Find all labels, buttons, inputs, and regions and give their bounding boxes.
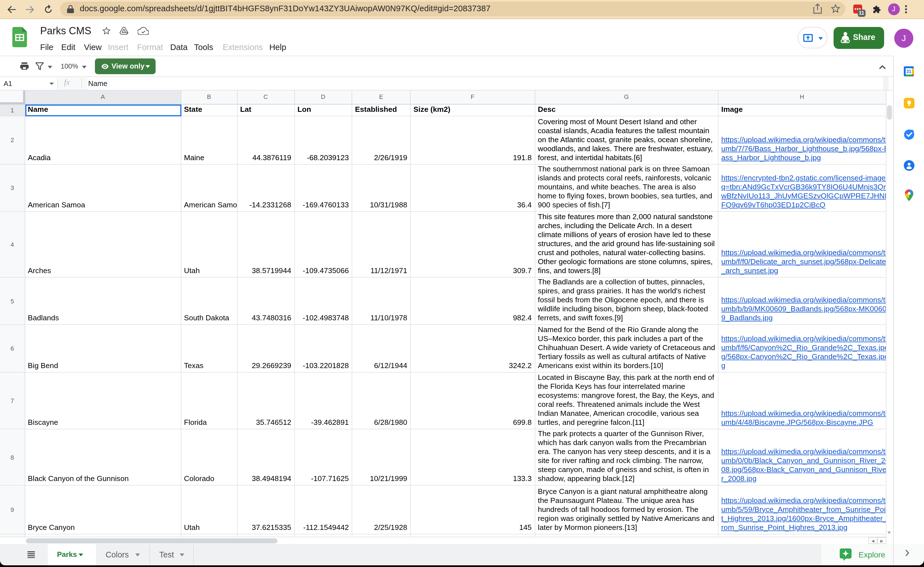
svg-text:31: 31 [906,69,911,74]
